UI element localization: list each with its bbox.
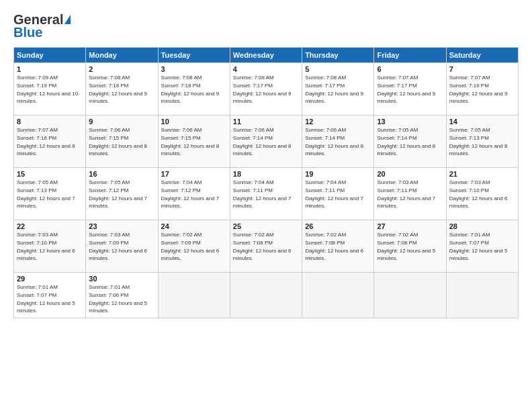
day-info: Sunrise: 7:02 AMSunset: 7:09 PMDaylight:… [161, 232, 220, 261]
day-number: 18 [233, 170, 299, 178]
day-number: 16 [89, 170, 154, 178]
day-number: 1 [17, 65, 83, 73]
day-cell: 23Sunrise: 7:03 AMSunset: 7:09 PMDayligh… [86, 220, 158, 273]
day-cell: 2Sunrise: 7:08 AMSunset: 7:18 PMDaylight… [86, 63, 158, 116]
day-info: Sunrise: 7:02 AMSunset: 7:08 PMDaylight:… [377, 232, 435, 261]
col-header-saturday: Saturday [446, 48, 518, 63]
week-row-3: 15Sunrise: 7:05 AMSunset: 7:13 PMDayligh… [14, 168, 519, 220]
day-cell [158, 273, 230, 318]
day-info: Sunrise: 7:01 AMSunset: 7:07 PMDaylight:… [449, 232, 508, 261]
day-cell: 11Sunrise: 7:06 AMSunset: 7:14 PMDayligh… [230, 116, 302, 168]
col-header-wednesday: Wednesday [230, 48, 302, 63]
col-header-friday: Friday [374, 48, 446, 63]
day-cell: 3Sunrise: 7:08 AMSunset: 7:18 PMDaylight… [158, 63, 230, 116]
day-info: Sunrise: 7:08 AMSunset: 7:18 PMDaylight:… [89, 75, 147, 104]
day-info: Sunrise: 7:01 AMSunset: 7:06 PMDaylight:… [89, 284, 147, 314]
col-header-tuesday: Tuesday [158, 48, 230, 63]
day-number: 30 [89, 275, 154, 283]
day-number: 19 [305, 170, 371, 178]
day-cell: 19Sunrise: 7:04 AMSunset: 7:11 PMDayligh… [302, 168, 374, 220]
day-cell: 18Sunrise: 7:04 AMSunset: 7:11 PMDayligh… [230, 168, 302, 220]
day-info: Sunrise: 7:02 AMSunset: 7:08 PMDaylight:… [305, 232, 363, 261]
day-info: Sunrise: 7:09 AMSunset: 7:19 PMDaylight:… [17, 75, 78, 104]
day-number: 23 [89, 222, 154, 230]
day-number: 27 [377, 222, 443, 230]
day-number: 15 [17, 170, 83, 178]
week-row-1: 1Sunrise: 7:09 AMSunset: 7:19 PMDaylight… [14, 63, 519, 116]
day-cell: 26Sunrise: 7:02 AMSunset: 7:08 PMDayligh… [302, 220, 374, 273]
day-cell: 24Sunrise: 7:02 AMSunset: 7:09 PMDayligh… [158, 220, 230, 273]
day-number: 2 [89, 65, 154, 73]
day-number: 6 [377, 65, 443, 73]
day-number: 3 [161, 65, 227, 73]
day-info: Sunrise: 7:08 AMSunset: 7:17 PMDaylight:… [233, 75, 292, 104]
day-info: Sunrise: 7:05 AMSunset: 7:13 PMDaylight:… [17, 179, 75, 209]
day-cell [230, 273, 302, 318]
day-info: Sunrise: 7:04 AMSunset: 7:11 PMDaylight:… [233, 179, 292, 209]
day-number: 12 [305, 118, 371, 126]
day-number: 8 [17, 118, 83, 126]
day-number: 26 [305, 222, 371, 230]
day-cell: 9Sunrise: 7:06 AMSunset: 7:15 PMDaylight… [86, 116, 158, 168]
day-cell: 6Sunrise: 7:07 AMSunset: 7:17 PMDaylight… [374, 63, 446, 116]
col-header-monday: Monday [86, 48, 158, 63]
day-info: Sunrise: 7:06 AMSunset: 7:15 PMDaylight:… [89, 127, 147, 156]
day-cell: 7Sunrise: 7:07 AMSunset: 7:16 PMDaylight… [446, 63, 518, 116]
day-info: Sunrise: 7:01 AMSunset: 7:07 PMDaylight:… [17, 284, 75, 314]
logo: General Blue [13, 12, 71, 40]
day-cell [446, 273, 518, 318]
day-cell: 29Sunrise: 7:01 AMSunset: 7:07 PMDayligh… [14, 273, 86, 318]
day-number: 24 [161, 222, 227, 230]
day-cell: 20Sunrise: 7:03 AMSunset: 7:11 PMDayligh… [374, 168, 446, 220]
day-info: Sunrise: 7:07 AMSunset: 7:16 PMDaylight:… [449, 75, 508, 104]
day-info: Sunrise: 7:08 AMSunset: 7:17 PMDaylight:… [305, 75, 363, 104]
day-cell: 14Sunrise: 7:05 AMSunset: 7:13 PMDayligh… [446, 116, 518, 168]
day-info: Sunrise: 7:06 AMSunset: 7:15 PMDaylight:… [161, 127, 220, 156]
day-info: Sunrise: 7:05 AMSunset: 7:12 PMDaylight:… [89, 179, 147, 209]
day-number: 28 [449, 222, 515, 230]
day-number: 17 [161, 170, 227, 178]
day-cell: 21Sunrise: 7:03 AMSunset: 7:10 PMDayligh… [446, 168, 518, 220]
logo-blue: Blue [13, 25, 42, 40]
day-number: 9 [89, 118, 154, 126]
day-info: Sunrise: 7:02 AMSunset: 7:08 PMDaylight:… [233, 232, 292, 261]
day-number: 7 [449, 65, 515, 73]
day-cell: 8Sunrise: 7:07 AMSunset: 7:16 PMDaylight… [14, 116, 86, 168]
day-number: 22 [17, 222, 83, 230]
day-number: 21 [449, 170, 515, 178]
day-number: 5 [305, 65, 371, 73]
day-info: Sunrise: 7:05 AMSunset: 7:14 PMDaylight:… [377, 127, 435, 156]
day-cell: 1Sunrise: 7:09 AMSunset: 7:19 PMDaylight… [14, 63, 86, 116]
day-info: Sunrise: 7:06 AMSunset: 7:14 PMDaylight:… [305, 127, 363, 156]
day-cell: 28Sunrise: 7:01 AMSunset: 7:07 PMDayligh… [446, 220, 518, 273]
page: General Blue SundayMondayTuesdayWednesda… [0, 0, 532, 411]
day-number: 10 [161, 118, 227, 126]
day-info: Sunrise: 7:03 AMSunset: 7:09 PMDaylight:… [89, 232, 147, 261]
day-number: 11 [233, 118, 299, 126]
day-cell: 13Sunrise: 7:05 AMSunset: 7:14 PMDayligh… [374, 116, 446, 168]
header-row: SundayMondayTuesdayWednesdayThursdayFrid… [14, 48, 519, 63]
day-number: 13 [377, 118, 443, 126]
day-cell: 10Sunrise: 7:06 AMSunset: 7:15 PMDayligh… [158, 116, 230, 168]
day-info: Sunrise: 7:07 AMSunset: 7:17 PMDaylight:… [377, 75, 435, 104]
day-info: Sunrise: 7:08 AMSunset: 7:18 PMDaylight:… [161, 75, 220, 104]
day-info: Sunrise: 7:03 AMSunset: 7:10 PMDaylight:… [449, 179, 508, 209]
day-cell [302, 273, 374, 318]
day-number: 4 [233, 65, 299, 73]
day-cell: 17Sunrise: 7:04 AMSunset: 7:12 PMDayligh… [158, 168, 230, 220]
day-info: Sunrise: 7:04 AMSunset: 7:12 PMDaylight:… [161, 179, 220, 209]
day-cell: 15Sunrise: 7:05 AMSunset: 7:13 PMDayligh… [14, 168, 86, 220]
calendar-table: SundayMondayTuesdayWednesdayThursdayFrid… [13, 47, 519, 318]
day-info: Sunrise: 7:04 AMSunset: 7:11 PMDaylight:… [305, 179, 363, 209]
week-row-4: 22Sunrise: 7:03 AMSunset: 7:10 PMDayligh… [14, 220, 519, 273]
day-cell: 22Sunrise: 7:03 AMSunset: 7:10 PMDayligh… [14, 220, 86, 273]
header: General Blue [13, 12, 519, 40]
day-info: Sunrise: 7:03 AMSunset: 7:11 PMDaylight:… [377, 179, 435, 209]
col-header-sunday: Sunday [14, 48, 86, 63]
day-cell: 5Sunrise: 7:08 AMSunset: 7:17 PMDaylight… [302, 63, 374, 116]
day-cell: 30Sunrise: 7:01 AMSunset: 7:06 PMDayligh… [86, 273, 158, 318]
day-cell: 16Sunrise: 7:05 AMSunset: 7:12 PMDayligh… [86, 168, 158, 220]
day-info: Sunrise: 7:06 AMSunset: 7:14 PMDaylight:… [233, 127, 292, 156]
day-cell: 27Sunrise: 7:02 AMSunset: 7:08 PMDayligh… [374, 220, 446, 273]
day-cell: 25Sunrise: 7:02 AMSunset: 7:08 PMDayligh… [230, 220, 302, 273]
